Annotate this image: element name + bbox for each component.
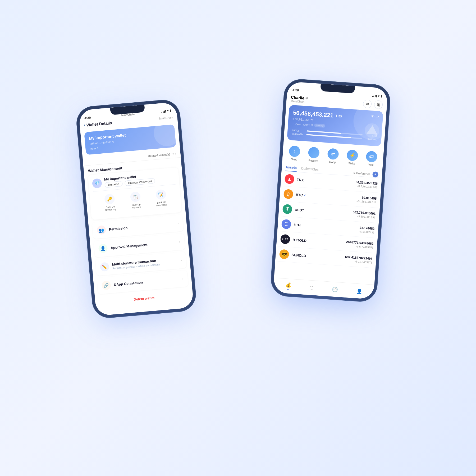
- approval-icon: 👤: [98, 244, 108, 253]
- status-time-left: 4:20: [84, 116, 91, 120]
- status-icons-right: ▾ ▮: [372, 94, 382, 98]
- backup-private-key[interactable]: 🔑 Back Upprivate key: [103, 194, 116, 212]
- btc-values: 30.810455 ≈$ 1555,934.813: [356, 195, 377, 204]
- btt-logo: BTT: [280, 234, 290, 244]
- header-icons: ⇄ ▣: [363, 99, 383, 109]
- dapp-title: DApp Connection: [114, 277, 179, 287]
- bottom-nav-profile[interactable]: 👤: [356, 288, 362, 294]
- back-arrow-icon: ‹: [84, 123, 86, 127]
- eth-symbol: ETH: [294, 223, 359, 231]
- receive-label: Receive: [308, 159, 318, 162]
- discover-nav-icon: ⬡: [309, 285, 314, 291]
- bottom-nav: 💰 ⬡ 🕐 👤: [273, 278, 374, 299]
- related-wallets-chevron: ›: [175, 152, 176, 155]
- trx-symbol: TRX: [297, 178, 356, 186]
- stake-icon-circle: ⚡: [346, 149, 358, 161]
- tron-logo-decoration: [363, 121, 380, 138]
- permission-text: Permission: [109, 222, 175, 231]
- stake-button[interactable]: ⚡ Stake: [346, 149, 358, 165]
- svg-marker-0: [367, 125, 378, 135]
- approval-title: Approval Management: [111, 240, 176, 250]
- vote-icon-circle: 🏷: [365, 151, 377, 163]
- app-header-left: Charlie ⇄ MainChain: [291, 95, 308, 103]
- permission-title: Permission: [109, 222, 175, 231]
- eth-amount: 21.174682: [359, 226, 375, 230]
- back-button[interactable]: ‹ Wallet Details: [84, 120, 112, 127]
- preference-button[interactable]: ⇅ Preference: [353, 171, 371, 176]
- send-icon-circle: ↑: [289, 145, 301, 157]
- external-link-icon[interactable]: ↗: [376, 115, 379, 119]
- management-card: 💎 My important wallet Rename Change Pass…: [88, 167, 182, 220]
- preference-label: Preference: [356, 171, 371, 176]
- signal-icon-right: [372, 94, 377, 97]
- multisig-icon: ✏️: [100, 262, 109, 272]
- balance-icons: 👁 ↗: [370, 114, 379, 119]
- dapp-icon: 🔗: [101, 281, 111, 290]
- btc-logo: ₿: [283, 189, 293, 199]
- send-button[interactable]: ↑ Send: [289, 145, 301, 161]
- wifi-icon: ▾: [167, 109, 169, 113]
- assets-nav-icon: 💰: [285, 282, 291, 288]
- bar2-r: [373, 95, 374, 97]
- balance-card: 👁 ↗ 56,456,453.221 TRX ≈ $3,951,951.71 T…: [287, 105, 383, 147]
- permission-chevron: ›: [177, 221, 179, 225]
- bottom-nav-discover[interactable]: ⬡: [309, 285, 314, 291]
- btt-name-area: BTTOLD: [292, 238, 346, 245]
- receive-icon-circle: ↓: [308, 147, 320, 159]
- eye-icon[interactable]: 👁: [370, 114, 374, 119]
- bandwidth-label: Bandwidth: [291, 132, 305, 136]
- trx-name-area: TRX: [297, 178, 356, 186]
- battery-icon-right: ▮: [381, 94, 382, 98]
- usdt-name-area: USDT: [295, 208, 353, 216]
- history-nav-icon: 🕐: [332, 286, 338, 292]
- rename-button[interactable]: Rename: [104, 181, 123, 188]
- approval-text: Approval Management: [111, 240, 176, 250]
- backup-mnemonic-icon: 📝: [155, 189, 166, 200]
- add-asset-button[interactable]: +: [372, 171, 378, 177]
- sun-name-area: SUNOLD: [291, 253, 345, 260]
- user-dropdown-icon: ⇄: [305, 96, 308, 100]
- swap-label: Swap: [329, 160, 336, 164]
- scan-icon[interactable]: ▣: [374, 100, 383, 109]
- backup-section: 🔑 Back Upprivate key 📋 Back Upkeystore 📝…: [93, 184, 178, 216]
- send-label: Send: [291, 158, 297, 161]
- dapp-chevron: ›: [182, 277, 184, 280]
- trx-values: 34,234,453.126 ≈$ 2,760,842.982: [355, 180, 378, 189]
- bar1-r: [372, 96, 373, 97]
- tron-logo: [364, 123, 380, 139]
- backup-keystore-icon: 📋: [130, 191, 141, 202]
- profile-nav-icon: 👤: [356, 288, 362, 294]
- addr-copy-icon[interactable]: ⧉: [311, 123, 313, 126]
- bottom-nav-assets[interactable]: 💰: [285, 282, 291, 290]
- tab-collectibles[interactable]: Collectibles: [301, 166, 319, 173]
- receive-button[interactable]: ↓ Receive: [308, 147, 320, 163]
- status-time-right: 4:20: [292, 88, 299, 92]
- vote-button[interactable]: 🏷 Vote: [365, 151, 377, 167]
- send-receive-icon[interactable]: ⇄: [363, 99, 372, 108]
- sun-symbol: SUNOLD: [291, 253, 345, 260]
- btt-symbol: BTTOLD: [292, 238, 346, 245]
- backup-keystore[interactable]: 📋 Back Upkeystore: [130, 191, 141, 209]
- sun-logo: 😎: [279, 249, 289, 259]
- wifi-icon-right: ▾: [378, 94, 380, 98]
- energy-label: Energy: [292, 129, 305, 132]
- bottom-nav-history[interactable]: 🕐: [332, 286, 338, 292]
- multisig-text: Multi-signature transaction Request or p…: [112, 257, 178, 270]
- wallet-card: My important wallet THPvaU...Fhn5YC ⧉ In…: [84, 124, 176, 155]
- backup-mnemonic[interactable]: 📝 Back Upmnemonic: [155, 189, 167, 207]
- dapp-text: DApp Connection: [114, 277, 179, 287]
- usdt-symbol: USDT: [295, 208, 353, 216]
- signal-icon: [161, 110, 166, 113]
- status-icons-left: ▾ ▮: [161, 109, 172, 113]
- bar3-r: [375, 95, 376, 97]
- tab-assets[interactable]: Assets: [285, 165, 297, 172]
- btc-verified-icon: ✓: [304, 194, 306, 197]
- approval-chevron: ›: [179, 240, 180, 244]
- eth-usd: ≈$ 85,885.35: [359, 230, 374, 234]
- usdt-logo: ₮: [282, 204, 292, 214]
- eth-logo: Ξ: [281, 219, 291, 229]
- swap-button[interactable]: ⇄ Swap: [327, 148, 339, 164]
- bar4: [165, 110, 166, 112]
- copy-icon[interactable]: ⧉: [112, 140, 114, 143]
- nav-chain-label: MainChain: [159, 116, 173, 120]
